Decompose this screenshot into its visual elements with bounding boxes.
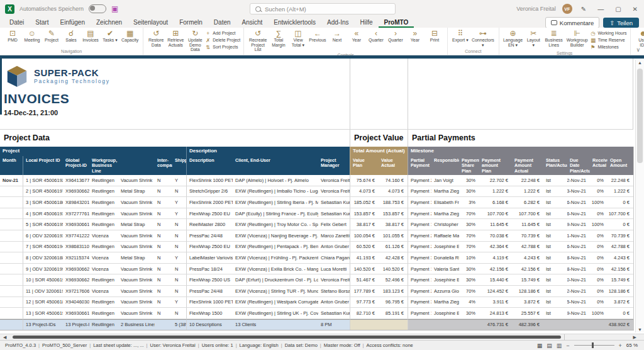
table-cell[interactable]: Ist bbox=[543, 286, 567, 297]
summary-cell[interactable] bbox=[155, 319, 172, 330]
language-button[interactable]: ⊕Language EN ▾ bbox=[502, 29, 524, 47]
table-cell[interactable]: N bbox=[172, 286, 186, 297]
table-cell[interactable]: EXW (Reutlingen) | Stirling UK - Pj. Cov… bbox=[233, 308, 318, 319]
table-cell[interactable]: Y bbox=[172, 252, 186, 264]
table-cell[interactable]: Vicenza bbox=[89, 230, 118, 242]
table-cell[interactable]: Christopher Schmic bbox=[431, 219, 459, 230]
table-cell[interactable]: Ist bbox=[543, 219, 567, 230]
table-cell[interactable]: 101.055 € bbox=[379, 230, 408, 242]
table-cell[interactable]: N bbox=[155, 274, 172, 286]
table-cell[interactable]: Ist bbox=[543, 186, 567, 198]
vertical-scroll-thumb[interactable] bbox=[637, 69, 643, 163]
table-cell[interactable] bbox=[0, 264, 23, 275]
summary-cell[interactable] bbox=[431, 319, 459, 330]
table-cell[interactable]: X972176061 bbox=[63, 286, 89, 297]
table-cell[interactable]: 82.710 € bbox=[350, 308, 379, 319]
table-cell[interactable]: 128.186 € bbox=[608, 286, 633, 297]
table-cell[interactable]: N bbox=[155, 208, 172, 220]
table-cell[interactable]: 42.364 € bbox=[479, 242, 512, 253]
table-cell[interactable]: N bbox=[172, 219, 186, 230]
table-cell[interactable]: 7 | SOR 450061941 bbox=[23, 242, 63, 253]
table-cell[interactable]: 4.243 € bbox=[512, 252, 543, 264]
add-project-button[interactable]: +Add Project bbox=[205, 30, 240, 37]
table-cell[interactable] bbox=[0, 252, 23, 264]
tab-einf-gen[interactable]: Einfügen bbox=[54, 18, 90, 28]
close-button[interactable]: ✕ bbox=[630, 6, 640, 13]
table-cell[interactable]: 140.520 € bbox=[350, 264, 379, 275]
table-cell[interactable]: Reutlingen bbox=[89, 197, 118, 208]
table-cell[interactable]: 0% bbox=[590, 286, 608, 297]
meeting-button[interactable]: ☺Meeting bbox=[23, 29, 42, 43]
table-cell[interactable]: 60.520 € bbox=[350, 242, 379, 253]
table-cell[interactable]: 9 | ODV 320061994 bbox=[23, 264, 63, 275]
table-cell[interactable]: Donatella Rinaldi bbox=[431, 252, 459, 264]
table-cell[interactable]: Ist bbox=[543, 197, 567, 208]
table-cell[interactable]: Reutlingen bbox=[89, 175, 118, 186]
table-cell[interactable]: 15.749 € bbox=[512, 274, 543, 286]
table-cell[interactable]: Sebastian Kurz bbox=[318, 197, 350, 208]
table-cell[interactable]: PressPac 24/48 bbox=[186, 230, 233, 242]
table-cell[interactable]: Valeria Santini bbox=[431, 264, 459, 275]
table-cell[interactable]: 70.739 € bbox=[512, 230, 543, 242]
table-cell[interactable]: N bbox=[172, 230, 186, 242]
table-cell[interactable]: Vacuum Shrink bbox=[118, 274, 155, 286]
table-cell[interactable]: 70% bbox=[459, 208, 479, 220]
table-cell[interactable]: 30% bbox=[459, 175, 479, 186]
table-cell[interactable]: EXW (Vicenza) | Exilia Brick Co. - Manga… bbox=[233, 264, 318, 275]
table-cell[interactable]: 24.813 € bbox=[479, 308, 512, 319]
summary-cell[interactable] bbox=[567, 319, 590, 330]
view-total-button[interactable]: ◫View Total ▾ bbox=[289, 29, 308, 47]
table-cell[interactable]: 42.156 € bbox=[512, 264, 543, 275]
table-cell[interactable]: DAP (Erfurt) | Druckzentrum Ost - Pj. Lo… bbox=[233, 274, 318, 286]
table-cell[interactable]: FlexiWrap 2500 EU bbox=[186, 208, 233, 220]
table-cell[interactable]: 74.160 € bbox=[379, 175, 408, 186]
table-cell[interactable]: ReelMaster 2800 bbox=[186, 219, 233, 230]
previous-button[interactable]: ←Previous bbox=[308, 29, 327, 43]
table-cell[interactable]: 6.282 € bbox=[512, 197, 543, 208]
table-cell[interactable]: 2-Nov-21 bbox=[567, 175, 590, 186]
table-cell[interactable]: 0 € bbox=[608, 197, 633, 208]
table-cell[interactable]: Ist bbox=[543, 242, 567, 253]
table-cell[interactable]: 6.168 € bbox=[479, 197, 512, 208]
table-cell[interactable]: 70% bbox=[459, 286, 479, 297]
table-cell[interactable]: Martha Ziegler bbox=[431, 297, 459, 308]
table-cell[interactable]: 70% bbox=[459, 230, 479, 242]
table-cell[interactable]: Payment 2 bbox=[408, 286, 431, 297]
tab-seitenlayout[interactable]: Seitenlayout bbox=[128, 18, 174, 28]
table-cell[interactable]: 25.557 € bbox=[512, 308, 543, 319]
table-cell[interactable]: N bbox=[155, 186, 172, 198]
restore-data-button[interactable]: ↺Restore Data bbox=[147, 29, 165, 47]
table-cell[interactable]: 3.911 € bbox=[479, 297, 512, 308]
table-cell[interactable]: N bbox=[172, 274, 186, 286]
table-cell[interactable]: Elisabeth Frank bbox=[431, 197, 459, 208]
table-cell[interactable]: 30% bbox=[459, 219, 479, 230]
tab-promto[interactable]: ProMTO bbox=[379, 18, 414, 28]
tab-daten[interactable]: Daten bbox=[208, 18, 236, 28]
zoom-slider[interactable] bbox=[574, 345, 614, 346]
table-cell[interactable]: X964136773 bbox=[63, 175, 89, 186]
table-cell[interactable]: Chiara Pagani bbox=[318, 252, 350, 264]
table-cell[interactable]: 18-Nov-21 bbox=[567, 252, 590, 264]
table-cell[interactable]: 75.674 € bbox=[350, 175, 379, 186]
zoom-out-button[interactable]: − bbox=[566, 342, 569, 349]
table-cell[interactable]: 107.700 € bbox=[608, 208, 633, 220]
connectors-button[interactable]: ⊶Connectors ▾ bbox=[470, 29, 496, 47]
table-cell[interactable]: Reutlingen bbox=[89, 308, 118, 319]
summary-cell[interactable] bbox=[543, 319, 567, 330]
table-cell[interactable]: 22.248 € bbox=[512, 175, 543, 186]
table-cell[interactable]: 9-Nov-21 bbox=[567, 219, 590, 230]
tab-entwicklertools[interactable]: Entwicklertools bbox=[268, 18, 321, 28]
table-cell[interactable] bbox=[0, 186, 23, 198]
table-cell[interactable]: 1.222 € bbox=[479, 186, 512, 198]
tab-start[interactable]: Start bbox=[30, 18, 54, 28]
table-cell[interactable]: Luca Moretti bbox=[318, 264, 350, 275]
table-cell[interactable]: X972777615 bbox=[63, 208, 89, 220]
table-cell[interactable]: N bbox=[172, 186, 186, 198]
table-cell[interactable]: 42.788 € bbox=[512, 242, 543, 253]
avatar[interactable]: VF bbox=[562, 4, 572, 14]
table-cell[interactable]: Payment 1 bbox=[408, 308, 431, 319]
table-cell[interactable]: Ist bbox=[543, 308, 567, 319]
table-cell[interactable]: PressPac 18/24 bbox=[186, 264, 233, 275]
table-cell[interactable]: EXW (Vicenza) | Frühling - Pj. Packzentr… bbox=[233, 252, 318, 264]
table-cell[interactable]: Reutlingen bbox=[89, 219, 118, 230]
